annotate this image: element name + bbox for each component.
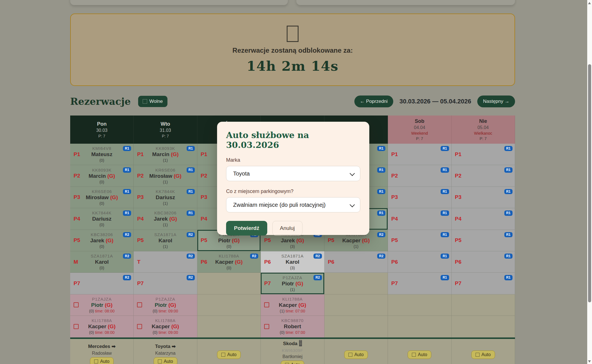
rotation-badge: R1	[441, 232, 449, 237]
countdown-label: Rezerwacje zostaną odblokowane za:	[233, 46, 353, 54]
parking-cell[interactable]: P7R1	[452, 273, 515, 294]
guest-mark: (G)	[172, 173, 182, 179]
parking-cell[interactable]	[452, 316, 515, 337]
parking-cell[interactable]	[197, 273, 261, 294]
parking-cell[interactable]: P6R1	[388, 251, 451, 273]
car-cell: SkodaKWI6309FBartłomiejAuto	[261, 339, 324, 364]
parking-cell[interactable]: P1R1	[388, 144, 451, 165]
parking-cell[interactable]: P7R2	[134, 273, 197, 294]
parking-cell[interactable]: P6R2SZA1871AKarol(3)	[261, 251, 324, 273]
parking-cell[interactable]: P6R2	[324, 251, 388, 273]
rotation-badge: R2	[187, 232, 195, 237]
parking-cell[interactable]: P2R1	[388, 165, 451, 187]
plate-number: KLI1788A	[70, 318, 133, 323]
auto-button-label: Auto	[481, 352, 491, 357]
prev-week-button[interactable]: ← Poprzedni	[354, 96, 393, 107]
parking-cell[interactable]: KLI1788AKacper (G)(1) time: 07:00	[261, 294, 324, 316]
parking-cell[interactable]: P4R1KBC38206Jarek (G)(1)	[134, 208, 197, 230]
person-name: Karol	[70, 259, 133, 265]
parking-cell[interactable]: P5R2KBC38206Jarek (G)(0)	[70, 230, 134, 251]
parking-cell[interactable]: P7R2P1ZAJZAPiotr (G)(1)	[261, 273, 324, 294]
spot-label: P2	[74, 173, 80, 179]
column-parking-count: P: 7	[416, 136, 423, 141]
spot-label: P5	[391, 237, 398, 243]
confirm-button[interactable]: Potwierdź	[226, 221, 267, 236]
plate-number: P1ZAJZA	[134, 297, 197, 301]
auto-button[interactable]: Auto	[90, 357, 114, 364]
auto-button[interactable]: Auto	[344, 350, 368, 359]
parking-cell[interactable]	[452, 294, 515, 316]
scroll-down-arrow-icon[interactable]	[588, 360, 591, 363]
parking-cell[interactable]: P5R2SZA1871AKarol(1)	[134, 230, 197, 251]
parking-cell[interactable]	[388, 316, 451, 337]
parking-cell[interactable]: TR2	[134, 251, 197, 273]
parking-cell[interactable]: P2R1KK8093KMarcin (G)(0)	[70, 165, 134, 187]
auto-button[interactable]: Auto	[281, 361, 304, 364]
parking-cell[interactable]: P1ZAJZAPiotr (G)(0) time: 08:00	[70, 294, 134, 316]
parking-cell[interactable]: P1R1KMI64V8Mateusz(0)	[70, 144, 134, 165]
rotation-badge: R1	[504, 232, 513, 237]
spot-label: P4	[74, 216, 80, 222]
top-card-left	[70, 0, 288, 5]
rotation-badge: R1	[504, 210, 513, 216]
car-icon	[285, 363, 289, 364]
column-header-sob: Sob04.04WeekendP: 7	[388, 116, 451, 144]
car-cell: Mercedes ➡RadosławAuto	[70, 339, 134, 364]
parking-cell[interactable]: P1ZAJZAPiotr (G)(0) time: 09:00	[134, 294, 197, 316]
parking-cell[interactable]: P4R1KK7844KDariusz(0)	[70, 208, 134, 230]
parking-cell[interactable]: P7R1	[388, 273, 451, 294]
column-parking-count: P: 7	[162, 134, 169, 138]
next-week-button[interactable]: Następny →	[477, 96, 515, 107]
parking-cell[interactable]: P7R2	[70, 273, 134, 294]
marka-select[interactable]: Toyota	[226, 166, 360, 181]
parking-cell[interactable]: P3R1KK7844KDariusz(1)	[134, 187, 197, 208]
auto-button[interactable]: Auto	[217, 350, 241, 359]
parking-cell[interactable]: P5R1	[388, 230, 451, 251]
parking-cell[interactable]: P4R1	[452, 208, 515, 230]
parking-cell[interactable]	[197, 294, 261, 316]
parking-cell[interactable]	[324, 273, 388, 294]
parking-cell[interactable]: P3R1	[452, 187, 515, 208]
cancel-button[interactable]: Anuluj	[272, 221, 302, 236]
scrollbar-thumb[interactable]	[588, 64, 591, 302]
parking-select[interactable]: Zwalniam miejsce (do puli rotacyjnej)	[226, 197, 360, 212]
parking-cell[interactable]: P6R1	[452, 251, 515, 273]
parking-cell[interactable]	[324, 316, 388, 337]
parking-cell[interactable]	[324, 294, 388, 316]
parking-cell[interactable]: P1R1KK8093KMarcin (G)(1)	[134, 144, 197, 165]
spot-label: P3	[201, 194, 207, 200]
parking-cell[interactable]: P5R1	[452, 230, 515, 251]
parking-cell[interactable]: MR2SZA1871AKarol(0)	[70, 251, 134, 273]
pause-icon	[299, 340, 302, 346]
pending-icon	[74, 324, 79, 329]
scroll-up-arrow-icon[interactable]	[588, 2, 591, 4]
spot-label: P5	[137, 237, 143, 243]
auto-button[interactable]: Auto	[408, 350, 431, 359]
scrollbar[interactable]	[587, 0, 592, 364]
parking-cell[interactable]: P4R1	[388, 208, 451, 230]
pending-icon	[137, 324, 142, 329]
rotation-badge: R2	[377, 232, 385, 237]
parking-cell[interactable]: P2R1	[452, 165, 515, 187]
parking-cell[interactable]: P3R1KR6SE06Mirosław (G)(0)	[70, 187, 134, 208]
parking-cell[interactable]: P2R1KR6SE06Mirosław (G)(1)	[134, 165, 197, 187]
spot-label: P7	[74, 280, 80, 287]
spot-label: P6	[264, 259, 271, 265]
auto-button[interactable]: Auto	[471, 350, 495, 359]
parking-cell[interactable]: P1R1	[452, 144, 515, 165]
column-date: 04.04	[414, 125, 425, 130]
countdown-panel: Rezerwacje zostaną odblokowane za: 14h 2…	[70, 14, 515, 86]
column-note: Weekend	[411, 131, 428, 136]
parking-cell[interactable]: KBC98870Robert(0) time: 07:00	[261, 316, 324, 337]
parking-cell[interactable]: P6R2KLI1788AKacper (G)(0)	[197, 251, 261, 273]
count-line: (0) time: 09:00	[134, 330, 197, 335]
parking-cell[interactable]: KLI1788AKacper (G)(0) time: 08:00	[70, 316, 134, 337]
week-range: 30.03.2026 — 05.04.2026	[399, 98, 471, 105]
parking-cell[interactable]	[197, 316, 261, 337]
wolne-button[interactable]: Wolne	[138, 96, 167, 107]
auto-button[interactable]: Auto	[154, 357, 177, 364]
parking-cell[interactable]: KLI1788AKacper (G)(0) time: 09:00	[134, 316, 197, 337]
parking-cell[interactable]	[388, 294, 451, 316]
parking-cell[interactable]: P3R1	[388, 187, 451, 208]
spot-label: P7	[455, 280, 461, 287]
